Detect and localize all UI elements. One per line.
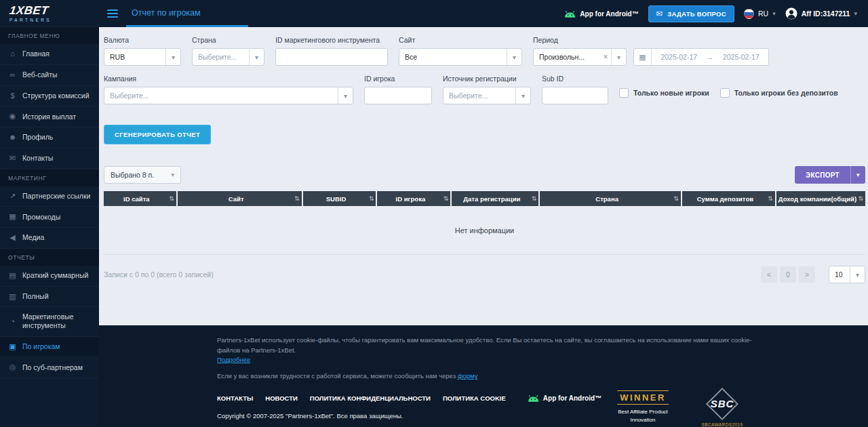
currency-select[interactable]: RUB ▾: [104, 48, 181, 66]
footer-link-news[interactable]: НОВОСТИ: [265, 394, 298, 402]
sort-icon[interactable]: ⇅: [858, 195, 863, 202]
checkbox-box: [720, 88, 730, 98]
only-new-players-checkbox[interactable]: Только новые игроки: [619, 88, 709, 98]
arrow-right-icon: →: [707, 53, 714, 61]
clear-icon[interactable]: ×: [600, 52, 611, 62]
sidebar: 1XBET PARTNERS ГЛАВНОЕ МЕНЮ ⌂ Главная ∞ …: [0, 0, 99, 427]
table-empty-state: Нет информации: [104, 206, 865, 255]
sort-icon[interactable]: ⇅: [369, 195, 374, 202]
chart-brief-icon: ▤: [8, 271, 17, 281]
topbar-android-link[interactable]: App for Android™: [564, 10, 638, 18]
chevron-down-icon: ▾: [249, 49, 264, 65]
page-size-select[interactable]: 10 ▾: [829, 266, 865, 283]
country-label: Страна: [192, 36, 264, 44]
sidebar-item-full-report[interactable]: ▥ Полный: [0, 287, 99, 308]
cookie-more-link[interactable]: Подробнее: [217, 356, 250, 363]
chevron-down-icon: ▾: [165, 49, 180, 65]
brand-logo[interactable]: 1XBET PARTNERS: [0, 0, 99, 27]
promo-grid-icon: ▦: [8, 212, 17, 222]
chevron-down-icon: ▾: [854, 10, 857, 17]
currency-label: Валюта: [104, 36, 181, 44]
column-header-country[interactable]: Страна⇅: [540, 191, 682, 206]
sub-id-label: Sub ID: [542, 75, 608, 83]
android-icon: [564, 10, 576, 18]
subpartners-icon: ◎: [8, 363, 17, 372]
records-info: Записи с 0 по 0 (всего 0 записей): [104, 270, 214, 279]
sidebar-item-commission-structure[interactable]: $ Структура комиссий: [0, 86, 99, 107]
column-header-player-id[interactable]: ID игрока⇅: [377, 191, 452, 206]
column-header-site[interactable]: Сайт⇅: [178, 191, 303, 206]
sidebar-item-profile[interactable]: ☻ Профиль: [0, 127, 99, 148]
sort-icon[interactable]: ⇅: [443, 195, 449, 202]
home-icon: ⌂: [8, 49, 17, 59]
chevron-down-icon: ▾: [515, 87, 530, 104]
checkbox-box: [619, 88, 629, 98]
chevron-down-icon: ▾: [850, 166, 865, 184]
sidebar-item-home[interactable]: ⌂ Главная: [0, 44, 99, 65]
pagination-prev-button[interactable]: <: [761, 266, 777, 283]
footer: Partners-1xBet использует cookie-файлы, …: [99, 325, 868, 427]
registration-source-label: Источник регистрации: [443, 75, 531, 83]
ru-flag-icon: [744, 9, 754, 19]
sidebar-item-brief-summary[interactable]: ▤ Краткий суммарный: [0, 266, 99, 287]
registration-source-select[interactable]: Выберите... ▾: [443, 87, 531, 104]
column-header-subid[interactable]: SUBID⇅: [303, 191, 378, 206]
site-select[interactable]: Все ▾: [399, 48, 522, 66]
marketing-tool-id-input[interactable]: [275, 48, 388, 66]
sort-icon[interactable]: ⇅: [169, 195, 174, 202]
sidebar-item-promocodes[interactable]: ▦ Промокоды: [0, 207, 99, 228]
country-select[interactable]: Выберите... ▾: [192, 48, 264, 66]
ask-question-button[interactable]: ✉ ЗАДАТЬ ВОПРОС: [648, 5, 734, 22]
column-header-site-id[interactable]: ID сайта⇅: [104, 191, 178, 206]
period-select[interactable]: Произвольн... × ▾: [533, 48, 627, 66]
pagination-next-button[interactable]: >: [799, 266, 815, 283]
columns-selected-dropdown[interactable]: Выбрано 8 п. ▾: [104, 166, 181, 184]
column-header-company-income[interactable]: Доход компании(общий)⇅: [776, 191, 865, 206]
pie-chart-icon: ◔: [8, 317, 17, 327]
date-to[interactable]: 2025-02-17: [714, 53, 769, 61]
only-no-deposit-checkbox[interactable]: Только игроки без депозитов: [720, 88, 838, 98]
sort-icon[interactable]: ⇅: [294, 195, 300, 202]
footer-link-cookie-policy[interactable]: ПОЛИТИКА COOKIE: [443, 394, 506, 402]
account-menu[interactable]: Aff ID:3147211 ▾: [785, 7, 857, 20]
sidebar-item-partner-links[interactable]: ↗ Партнерские ссылки: [0, 186, 99, 207]
export-button[interactable]: ЭКСПОРТ ▾: [795, 166, 865, 184]
language-switcher[interactable]: RU ▾: [744, 9, 776, 19]
sidebar-item-websites[interactable]: ∞ Веб-сайты: [0, 65, 99, 86]
sidebar-item-contacts[interactable]: ✉ Контакты: [0, 148, 99, 169]
menu-icon[interactable]: [106, 7, 119, 20]
site-label: Сайт: [399, 36, 522, 44]
player-id-input[interactable]: [364, 87, 432, 104]
footer-link-privacy-policy[interactable]: ПОЛИТИКА КОНФИДЕНЦИАЛЬНОСТИ: [310, 394, 431, 402]
date-range-picker[interactable]: ▦ 2025-02-17 → 2025-02-17: [633, 48, 769, 66]
column-header-deposit-sum[interactable]: Сумма депозитов⇅: [682, 191, 776, 206]
footer-link-contacts[interactable]: КОНТАКТЫ: [217, 394, 253, 402]
sidebar-item-by-players[interactable]: ▣ По игрокам: [0, 337, 99, 358]
sub-id-input[interactable]: [542, 87, 608, 104]
copyright: Copyright © 2007-2025 "Partners-1xBet". …: [217, 412, 601, 420]
calendar-icon[interactable]: ▦: [634, 49, 652, 65]
sort-icon[interactable]: ⇅: [532, 195, 537, 202]
chevron-down-icon: ▾: [338, 87, 353, 104]
column-header-registration-date[interactable]: Дата регистрации⇅: [452, 191, 540, 206]
pagination-page-number[interactable]: 0: [780, 266, 796, 283]
player-id-label: ID игрока: [364, 75, 432, 83]
campaign-select[interactable]: Выберите... ▾: [104, 87, 353, 104]
megaphone-icon: ◀: [8, 233, 17, 243]
campaign-label: Кампания: [104, 75, 353, 83]
sidebar-item-payout-history[interactable]: ◉ История выплат: [0, 106, 99, 127]
sidebar-item-media[interactable]: ◀ Медиа: [0, 228, 99, 249]
sort-icon[interactable]: ⇅: [673, 195, 679, 202]
external-link-icon: ↗: [8, 192, 17, 201]
feedback-form-link[interactable]: форму: [458, 372, 478, 380]
sort-icon[interactable]: ⇅: [768, 195, 773, 202]
generate-report-button[interactable]: СГЕНЕРИРОВАТЬ ОТЧЕТ: [104, 125, 211, 144]
sidebar-item-by-subpartners[interactable]: ◎ По суб-партнерам: [0, 357, 99, 378]
footer-links: КОНТАКТЫ НОВОСТИ ПОЛИТИКА КОНФИДЕНЦИАЛЬН…: [217, 394, 601, 402]
sbc-awards-logo: SBC SBCAWARDS2019: [698, 390, 746, 427]
table-header-row: ID сайта⇅ Сайт⇅ SUBID⇅ ID игрока⇅ Дата р…: [104, 191, 865, 206]
date-from[interactable]: 2025-02-17: [652, 53, 707, 61]
footer-android-link[interactable]: App for Android™: [528, 394, 601, 402]
sidebar-item-marketing-tools[interactable]: ◔ Маркетинговые инструменты: [0, 307, 99, 336]
trouble-notice: Если у вас возникли трудности с работой …: [217, 372, 841, 380]
